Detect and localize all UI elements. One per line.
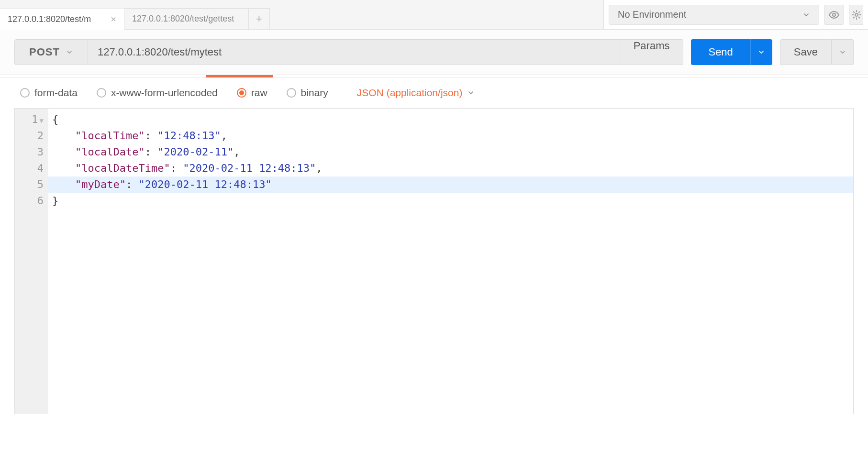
tab-label: 127.0.0.1:8020/test/gettest xyxy=(132,14,241,24)
radio-icon xyxy=(97,88,106,98)
gutter: 1▼23456 xyxy=(15,109,48,414)
subtab-indicator xyxy=(0,75,868,77)
chevron-down-icon xyxy=(802,11,810,19)
chevron-down-icon xyxy=(839,48,846,56)
eye-icon xyxy=(828,9,840,21)
code-area[interactable]: {"localTime": "12:48:13","localDate": "2… xyxy=(48,109,853,414)
line-number: 2 xyxy=(15,128,44,144)
line-number: 3 xyxy=(15,144,44,160)
radio-label: binary xyxy=(301,87,328,99)
method-label: POST xyxy=(29,46,60,58)
save-group: Save xyxy=(780,39,854,65)
radio-raw[interactable]: raw xyxy=(237,87,267,99)
radio-form-data[interactable]: form-data xyxy=(20,87,78,99)
fold-icon[interactable]: ▼ xyxy=(40,112,44,129)
code-line[interactable]: "localDate": "2020-02-11", xyxy=(52,144,849,160)
chevron-down-icon xyxy=(66,48,73,56)
method-select[interactable]: POST xyxy=(14,39,88,65)
environment-select[interactable]: No Environment xyxy=(609,5,819,25)
radio-icon xyxy=(287,88,296,98)
tab-active[interactable]: 127.0.0.1:8020/test/m × xyxy=(0,9,124,30)
environment-quicklook-button[interactable] xyxy=(824,5,844,25)
url-input[interactable] xyxy=(88,39,620,65)
radio-urlencoded[interactable]: x-www-form-urlencoded xyxy=(97,87,218,99)
send-dropdown[interactable] xyxy=(750,39,772,65)
chevron-down-icon xyxy=(757,48,765,56)
radio-label: raw xyxy=(251,87,267,99)
radio-icon xyxy=(237,88,246,98)
code-line[interactable]: } xyxy=(52,193,849,209)
code-line[interactable]: { xyxy=(52,111,849,128)
environment-area: No Environment xyxy=(604,0,868,29)
tab-inactive[interactable]: 127.0.0.1:8020/test/gettest xyxy=(124,8,249,29)
gear-icon xyxy=(851,10,862,20)
top-bar: 127.0.0.1:8020/test/m × 127.0.0.1:8020/t… xyxy=(0,0,868,30)
radio-label: form-data xyxy=(34,87,78,99)
content-type-select[interactable]: JSON (application/json) xyxy=(357,87,475,99)
close-icon[interactable]: × xyxy=(111,14,116,24)
add-tab-button[interactable]: + xyxy=(249,8,270,29)
send-button[interactable]: Send xyxy=(691,39,750,65)
line-number: 4 xyxy=(15,160,44,177)
tabs-area: 127.0.0.1:8020/test/m × 127.0.0.1:8020/t… xyxy=(0,0,604,29)
line-number: 5 xyxy=(15,177,44,193)
environment-label: No Environment xyxy=(618,9,686,20)
code-line[interactable]: "localDateTime": "2020-02-11 12:48:13", xyxy=(52,160,849,177)
body-types: form-data x-www-form-urlencoded raw bina… xyxy=(0,77,868,108)
editor[interactable]: 1▼23456 {"localTime": "12:48:13","localD… xyxy=(14,108,854,414)
params-button[interactable]: Params xyxy=(620,39,684,65)
settings-button[interactable] xyxy=(849,5,863,25)
save-button[interactable]: Save xyxy=(780,39,832,65)
tab-label: 127.0.0.1:8020/test/m xyxy=(8,14,105,24)
code-line[interactable]: "myDate": "2020-02-11 12:48:13" xyxy=(48,177,853,193)
svg-point-0 xyxy=(833,13,835,16)
radio-binary[interactable]: binary xyxy=(287,87,328,99)
chevron-down-icon xyxy=(467,89,475,97)
line-number: 1▼ xyxy=(15,111,44,128)
cursor xyxy=(272,178,272,192)
request-row: POST Params Send Save xyxy=(0,30,868,75)
code-line[interactable]: "localTime": "12:48:13", xyxy=(52,128,849,144)
content-type-label: JSON (application/json) xyxy=(357,87,463,99)
send-group: Send xyxy=(691,39,772,65)
svg-point-1 xyxy=(855,13,858,16)
line-number: 6 xyxy=(15,193,44,209)
radio-label: x-www-form-urlencoded xyxy=(111,87,218,99)
radio-icon xyxy=(20,88,30,98)
save-dropdown[interactable] xyxy=(832,39,854,65)
